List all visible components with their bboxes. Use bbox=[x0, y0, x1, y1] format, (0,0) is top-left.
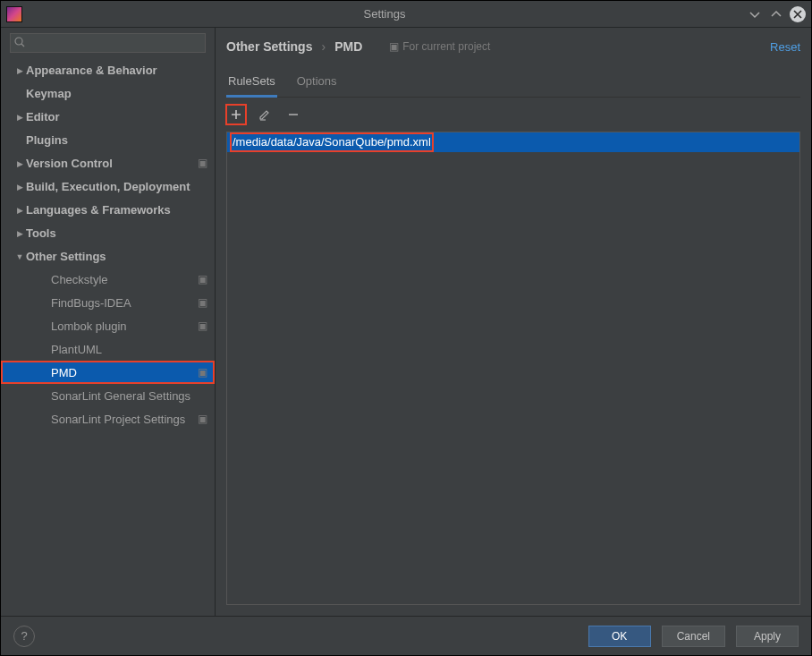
dialog-footer: ? OK Cancel Apply bbox=[1, 616, 811, 655]
tree-item-findbugs[interactable]: FindBugs-IDEA▣ bbox=[1, 291, 215, 314]
tree-item-sonarlint-project[interactable]: SonarLint Project Settings▣ bbox=[1, 407, 215, 430]
apply-button[interactable]: Apply bbox=[736, 626, 799, 647]
tab-options[interactable]: Options bbox=[295, 71, 339, 97]
project-badge-icon: ▣ bbox=[389, 40, 399, 53]
tree-item-tools[interactable]: Tools bbox=[1, 221, 215, 244]
plus-icon bbox=[231, 109, 241, 120]
settings-sidebar: Appearance & Behavior Keymap Editor Plug… bbox=[1, 28, 216, 616]
tree-item-checkstyle[interactable]: Checkstyle▣ bbox=[1, 268, 215, 291]
remove-button[interactable] bbox=[283, 105, 303, 124]
project-badge-icon: ▣ bbox=[198, 296, 207, 309]
search-input[interactable] bbox=[10, 33, 206, 53]
edit-button[interactable] bbox=[255, 105, 275, 124]
project-badge-icon: ▣ bbox=[198, 413, 207, 425]
settings-tree: Appearance & Behavior Keymap Editor Plug… bbox=[1, 58, 215, 430]
tree-item-plugins[interactable]: Plugins bbox=[1, 128, 215, 151]
minimize-button[interactable] bbox=[747, 6, 763, 22]
window-title: Settings bbox=[22, 7, 747, 21]
rulesets-list[interactable]: /media/data/Java/SonarQube/pmd.xml bbox=[226, 132, 800, 605]
project-badge-icon: ▣ bbox=[198, 273, 207, 285]
tree-item-editor[interactable]: Editor bbox=[1, 105, 215, 128]
tree-item-sonarlint-general[interactable]: SonarLint General Settings bbox=[1, 384, 215, 407]
breadcrumb-separator-icon: › bbox=[321, 39, 326, 54]
tree-item-other-settings[interactable]: Other Settings bbox=[1, 244, 215, 268]
tree-item-lombok[interactable]: Lombok plugin▣ bbox=[1, 314, 215, 337]
tabs: RuleSets Options bbox=[226, 71, 800, 98]
title-bar: Settings bbox=[1, 1, 811, 28]
project-badge-icon: ▣ bbox=[198, 366, 207, 379]
project-scope-note: ▣ For current project bbox=[389, 40, 490, 53]
svg-point-0 bbox=[15, 38, 22, 45]
tree-item-languages[interactable]: Languages & Frameworks bbox=[1, 198, 215, 221]
add-button[interactable] bbox=[226, 105, 246, 124]
pencil-icon bbox=[258, 108, 271, 121]
tree-item-version-control[interactable]: Version Control▣ bbox=[1, 151, 215, 175]
help-button[interactable]: ? bbox=[13, 626, 35, 647]
tree-item-build[interactable]: Build, Execution, Deployment bbox=[1, 175, 215, 198]
reset-link[interactable]: Reset bbox=[770, 40, 800, 54]
tree-item-appearance[interactable]: Appearance & Behavior bbox=[1, 58, 215, 81]
breadcrumb-root: Other Settings bbox=[226, 39, 312, 54]
search-field[interactable] bbox=[10, 33, 206, 53]
breadcrumb: Other Settings › PMD bbox=[226, 39, 362, 54]
ruleset-path: /media/data/Java/SonarQube/pmd.xml bbox=[231, 133, 433, 151]
tree-item-keymap[interactable]: Keymap bbox=[1, 81, 215, 105]
tree-item-pmd[interactable]: PMD▣ bbox=[1, 361, 215, 384]
tree-item-plantuml[interactable]: PlantUML bbox=[1, 337, 215, 361]
project-badge-icon: ▣ bbox=[198, 319, 207, 332]
breadcrumb-current: PMD bbox=[334, 39, 362, 54]
tab-rulesets[interactable]: RuleSets bbox=[226, 71, 277, 98]
maximize-button[interactable] bbox=[768, 6, 784, 22]
ruleset-row[interactable]: /media/data/Java/SonarQube/pmd.xml bbox=[227, 132, 799, 152]
project-badge-icon: ▣ bbox=[198, 157, 207, 169]
minus-icon bbox=[288, 109, 299, 120]
ok-button[interactable]: OK bbox=[588, 626, 651, 647]
app-icon bbox=[6, 6, 22, 22]
search-icon bbox=[13, 36, 26, 48]
cancel-button[interactable]: Cancel bbox=[662, 626, 725, 647]
close-button[interactable] bbox=[790, 6, 806, 22]
settings-content: Other Settings › PMD ▣ For current proje… bbox=[216, 28, 811, 616]
rulesets-toolbar bbox=[226, 105, 800, 124]
